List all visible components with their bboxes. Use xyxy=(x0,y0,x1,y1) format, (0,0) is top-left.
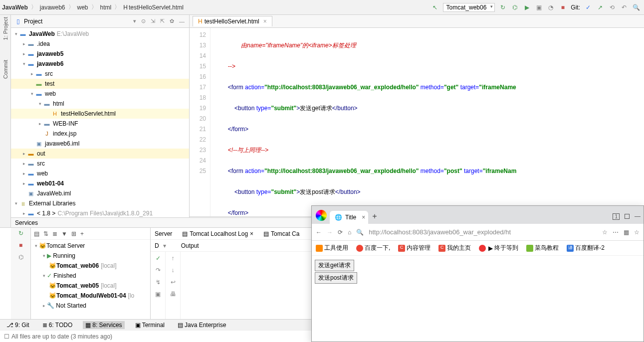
proj-dropdown-icon[interactable]: ▾ xyxy=(133,18,136,24)
tree-root[interactable]: JavaWeb xyxy=(29,30,55,37)
tab-overview-icon[interactable]: 1 xyxy=(613,213,620,220)
out-step-icon[interactable]: ↷ xyxy=(156,267,161,274)
out-ok-icon[interactable]: ✓ xyxy=(156,255,161,262)
tree-jsp[interactable]: index.jsp xyxy=(53,130,76,137)
split-icon[interactable] xyxy=(625,214,630,219)
sv-mod[interactable]: Tomcat_ModulWeb01-04 xyxy=(56,292,126,299)
rail-project[interactable]: 1: Project xyxy=(2,17,8,40)
bm-3[interactable]: C内容管理 xyxy=(398,244,430,252)
status-services[interactable]: ▦ 8: Services xyxy=(83,321,124,329)
sv-ns[interactable]: Not Started xyxy=(56,302,86,309)
sv-root[interactable]: Tomcat Server xyxy=(46,242,85,249)
bc-3[interactable]: html xyxy=(100,4,112,11)
out-step2-icon[interactable]: ↯ xyxy=(156,279,161,286)
tree-file[interactable]: testHelloServlet.html xyxy=(61,110,116,117)
select-opened-icon[interactable]: ⊙ xyxy=(141,18,146,24)
close-tab-icon[interactable]: × xyxy=(263,18,267,25)
play-icon[interactable]: ▶ xyxy=(523,3,531,11)
sv-w05[interactable]: Tomcat_web05 xyxy=(56,282,99,289)
bm-7[interactable]: 译百度翻译-2 xyxy=(567,244,605,252)
reload-icon[interactable]: ⟳ xyxy=(338,229,343,236)
search-icon[interactable]: 🔍 xyxy=(632,3,640,11)
status-git[interactable]: ⎇ 9: Git xyxy=(4,321,32,329)
url-input[interactable] xyxy=(369,228,597,236)
tree-out[interactable]: out xyxy=(37,150,45,157)
gear-icon[interactable]: ✿ xyxy=(170,18,174,24)
tree-jwiml[interactable]: JavaWeb.iml xyxy=(37,190,71,197)
out-wrap-icon[interactable]: ↩ xyxy=(171,279,176,286)
bc-file[interactable]: HtestHelloServlet.html xyxy=(123,4,184,11)
bm-2[interactable]: 百度一下, xyxy=(356,244,390,252)
collapse-all-icon[interactable]: ⇱ xyxy=(160,18,165,24)
profile-icon[interactable]: ◔ xyxy=(547,3,555,11)
tree-jw6[interactable]: javaweb6 xyxy=(37,60,63,67)
run-config-combo[interactable]: Tomcat_web06 xyxy=(443,3,495,12)
editor-tab[interactable]: HtestHelloServlet.html× xyxy=(193,16,272,26)
out-down-icon[interactable]: ↓ xyxy=(172,267,175,274)
tree-icon[interactable]: ⇅ xyxy=(43,230,48,237)
tree-w01[interactable]: web01-04 xyxy=(37,180,64,187)
bc-root[interactable]: JavaWeb xyxy=(2,4,28,11)
tree-iml[interactable]: javaweb6.iml xyxy=(45,140,79,147)
stop-svc-icon[interactable]: ■ xyxy=(19,242,22,249)
coverage-icon[interactable]: ▣ xyxy=(535,3,543,11)
sv-running[interactable]: Running xyxy=(53,252,75,259)
tree-html[interactable]: html xyxy=(53,100,64,107)
bc-2[interactable]: web xyxy=(77,4,88,11)
bc-1[interactable]: javaweb6 xyxy=(40,4,65,11)
expand-icon[interactable]: ≣ xyxy=(52,230,57,237)
bm-6[interactable]: 菜鸟教程 xyxy=(526,244,559,252)
tree-test[interactable]: test xyxy=(45,80,54,87)
minimize-icon[interactable]: — xyxy=(635,213,641,220)
run-icon[interactable]: ↻ xyxy=(499,3,507,11)
hammer-icon[interactable]: ↖ xyxy=(431,3,439,11)
git-rollback-icon[interactable]: ↶ xyxy=(620,3,628,11)
apps-icon[interactable]: ▦ xyxy=(624,229,629,236)
forward-icon[interactable]: → xyxy=(327,229,333,236)
sv-finished[interactable]: Finished xyxy=(53,272,76,279)
expand-all-icon[interactable]: ⇲ xyxy=(151,18,155,24)
rail-commit[interactable]: Commit xyxy=(2,60,8,79)
stop-icon[interactable]: ■ xyxy=(559,3,567,11)
star2-icon[interactable]: ☆ xyxy=(634,229,640,236)
tree-extlib[interactable]: External Libraries xyxy=(29,200,75,207)
project-title[interactable]: Project xyxy=(24,18,130,25)
group-icon[interactable]: ⊞ xyxy=(71,230,76,237)
status-je[interactable]: ▤ Java Enterprise xyxy=(175,321,228,329)
code-editor[interactable]: 1213141516171819202122232425 由name="ifra… xyxy=(190,28,644,216)
project-tree[interactable]: ▾▬JavaWebE:\JavaWeb ▸▬.idea ▸▬javaweb5 ▾… xyxy=(11,28,189,227)
out-server-tab[interactable]: Server xyxy=(155,230,172,237)
status-terminal[interactable]: ▣ Terminal xyxy=(133,321,167,329)
tree-web2[interactable]: web xyxy=(37,170,48,177)
get-request-button[interactable]: 发送get请求 xyxy=(315,260,354,271)
tree-jdk[interactable]: < 1.8 > xyxy=(37,210,55,217)
tree-webinf[interactable]: WEB-INF xyxy=(53,120,78,127)
bm-5[interactable]: ▶终于等到 xyxy=(479,244,518,252)
tree-src2[interactable]: src xyxy=(37,160,45,167)
star-icon[interactable]: ☆ xyxy=(602,229,608,236)
tab-close-icon[interactable]: × xyxy=(362,214,365,221)
hide-icon[interactable]: — xyxy=(179,18,185,24)
git-push-icon[interactable]: ↗ xyxy=(596,3,604,11)
bm-1[interactable]: 工具使用 xyxy=(316,244,348,252)
funnel-icon[interactable]: ▼ xyxy=(61,230,67,237)
tree-src[interactable]: src xyxy=(45,70,53,77)
tree-web[interactable]: web xyxy=(45,90,56,97)
git-update-icon[interactable]: ✓ xyxy=(584,3,592,11)
dbg-svc-icon[interactable]: ⌬ xyxy=(18,254,23,261)
status-todo[interactable]: ≣ 6: TODO xyxy=(40,321,75,329)
out-cat-tab[interactable]: ▤ Tomcat Ca xyxy=(263,230,299,237)
rerun-icon[interactable]: ↻ xyxy=(18,230,23,237)
filter-icon[interactable]: ▤ xyxy=(34,230,39,237)
add-icon[interactable]: + xyxy=(80,230,84,237)
bug-icon[interactable]: ⌬ xyxy=(511,3,519,11)
sv-w06[interactable]: Tomcat_web06 xyxy=(56,262,99,269)
out-d[interactable]: D xyxy=(155,242,159,249)
tree-idea[interactable]: .idea xyxy=(37,40,50,47)
home-icon[interactable]: ⌂ xyxy=(348,229,351,236)
services-tree[interactable]: ▤⇅≣▼⊞+ ▾🐱Tomcat Server ▾▶ Running 🐱Tomca… xyxy=(31,228,151,330)
out-print-icon[interactable]: 🖶 xyxy=(170,291,176,298)
git-history-icon[interactable]: ⟲ xyxy=(608,3,616,11)
code-lines[interactable]: 由name="iframeName"的<iframe>标签处理 --> <for… xyxy=(211,28,644,216)
tree-jw5[interactable]: javaweb5 xyxy=(37,50,63,57)
